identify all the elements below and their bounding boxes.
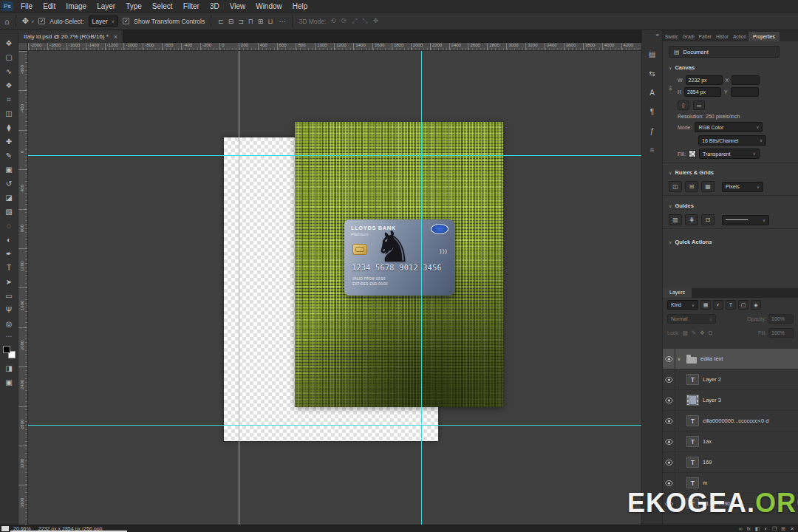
panel-tab[interactable]: Gradi xyxy=(681,32,697,41)
filter-adjustment-layers-icon[interactable]: ◐ xyxy=(713,300,723,310)
filter-pixel-layers-icon[interactable]: ▦ xyxy=(700,300,711,310)
more-tools-icon[interactable]: ⋯ xyxy=(0,331,18,341)
layer-effects-icon[interactable]: fx xyxy=(747,526,751,532)
layer-name[interactable]: 169 xyxy=(703,459,715,466)
align-top-icon[interactable]: ⊓ xyxy=(248,18,254,25)
fill-field[interactable]: 100% xyxy=(768,328,794,338)
3d-pan-icon[interactable]: ⤢ xyxy=(351,17,358,25)
auto-select-target-dropdown[interactable]: Layer ∨ xyxy=(89,16,119,27)
eraser-tool[interactable]: ◪ xyxy=(0,191,18,205)
clear-guides-icon[interactable]: ⊡ xyxy=(701,214,715,225)
frame-tool[interactable]: ◫ xyxy=(0,106,18,120)
quick-selection-tool[interactable]: ❖ xyxy=(0,78,18,92)
layer-mask-icon[interactable]: ◧ xyxy=(755,526,760,532)
guide-style-dropdown[interactable]: ∨ xyxy=(722,215,769,225)
quick-mask-icon[interactable]: ◨ xyxy=(0,361,18,375)
layer-name[interactable]: m xyxy=(703,480,710,486)
portrait-orientation-icon[interactable]: ▯ xyxy=(678,100,689,110)
shape-tool[interactable]: ▭ xyxy=(0,289,18,303)
color-swatches[interactable] xyxy=(3,346,16,358)
y-field[interactable] xyxy=(731,87,759,97)
menu-item[interactable]: File xyxy=(16,0,38,13)
height-field[interactable]: 2854 px xyxy=(684,87,721,97)
lock-guides-icon[interactable]: ⋕ xyxy=(685,214,698,225)
panel-tab[interactable]: Patter xyxy=(697,32,714,41)
filter-smart-objects-icon[interactable]: ◈ xyxy=(751,300,761,310)
x-field[interactable] xyxy=(732,75,760,85)
layer-name[interactable]: 1ax xyxy=(703,438,715,445)
color-mode-dropdown[interactable]: RGB Color ∨ xyxy=(695,122,763,132)
menu-item[interactable]: Edit xyxy=(38,0,61,13)
menu-item[interactable]: Select xyxy=(147,0,178,13)
layer-name[interactable]: cilla0000000...ccccccc<0 d xyxy=(703,417,771,424)
menu-item[interactable]: Help xyxy=(287,0,313,13)
align-right-icon[interactable]: ⊐ xyxy=(237,18,245,25)
zoom-tool[interactable]: ◎ xyxy=(0,317,18,331)
brush-tool[interactable]: ✎ xyxy=(0,149,18,163)
gradient-tool[interactable]: ▨ xyxy=(0,205,18,219)
grid-icon[interactable]: ⊞ xyxy=(685,181,698,192)
rulers-grids-section-header[interactable]: ∨ Rulers & Grids xyxy=(663,166,798,178)
menu-item[interactable]: Image xyxy=(61,0,92,13)
menu-item[interactable]: 3D xyxy=(205,0,225,13)
3d-scale-icon[interactable]: ✥ xyxy=(372,17,380,25)
visibility-eye-icon[interactable] xyxy=(663,349,675,369)
healing-brush-tool[interactable]: ✚ xyxy=(0,134,18,149)
3d-slide-icon[interactable]: ⤡ xyxy=(362,17,369,25)
document-chip[interactable]: ▤ Document xyxy=(669,46,780,58)
visibility-eye-icon[interactable] xyxy=(663,411,675,431)
layer-row[interactable]: ∨ edita text xyxy=(663,349,798,369)
layer-row[interactable]: ∨ cilla0000000...ccccccc<0 d xyxy=(663,411,798,432)
lock-position-icon[interactable]: ✥ xyxy=(699,330,705,336)
paragraph-panel-icon[interactable]: ¶ xyxy=(641,102,663,121)
menu-item[interactable]: Type xyxy=(120,0,147,13)
blur-tool[interactable]: ◌ xyxy=(0,219,18,233)
quick-actions-section-header[interactable]: ∨ Quick Actions xyxy=(663,235,798,248)
align-center-h-icon[interactable]: ⊟ xyxy=(228,18,235,25)
move-tool[interactable]: ✥ xyxy=(0,36,18,50)
3d-rotate-icon[interactable]: ⟲ xyxy=(330,17,337,25)
history-brush-tool[interactable]: ↺ xyxy=(0,177,18,191)
path-select-tool[interactable]: ➤ xyxy=(0,275,18,289)
filter-shape-layers-icon[interactable]: ▢ xyxy=(738,300,748,310)
visibility-eye-icon[interactable] xyxy=(663,390,675,410)
3d-roll-icon[interactable]: ⟳ xyxy=(341,17,348,25)
landscape-orientation-icon[interactable]: ▭ xyxy=(693,100,705,110)
fill-dropdown[interactable]: Transparent ∨ xyxy=(699,149,760,159)
link-layers-icon[interactable]: ∞ xyxy=(739,526,743,532)
new-layer-icon[interactable]: ⊞ xyxy=(781,526,785,532)
lock-pixels-icon[interactable]: ✎ xyxy=(691,330,697,336)
auto-select-checkbox[interactable]: ✓ xyxy=(38,18,45,24)
styles-panel-icon[interactable]: ⌗ xyxy=(641,140,663,160)
visibility-eye-icon[interactable] xyxy=(663,432,675,451)
canvas-area[interactable]: -2000-1800-1600-1400-1200-1000-800-600-4… xyxy=(18,43,641,525)
more-options-icon[interactable]: ⋯ xyxy=(278,18,286,25)
document-tab[interactable]: Italy id.psd @ 20.7% (RGB/16) * × xyxy=(18,30,123,43)
glyphs-panel-icon[interactable]: ƒ xyxy=(641,121,663,140)
horizontal-ruler[interactable]: -2000-1800-1600-1400-1200-1000-800-600-4… xyxy=(18,43,641,51)
menu-item[interactable]: Filter xyxy=(178,0,205,13)
layer-name[interactable]: edita text xyxy=(700,355,726,362)
horizontal-guide[interactable] xyxy=(28,155,641,156)
type-tool[interactable]: T xyxy=(0,261,18,275)
lock-transparency-icon[interactable]: ▨ xyxy=(682,330,689,336)
align-center-v-icon[interactable]: ⊞ xyxy=(257,18,265,25)
units-dropdown[interactable]: Pixels ∨ xyxy=(722,182,763,192)
pen-tool[interactable]: ✒ xyxy=(0,247,18,261)
move-tool-icon[interactable]: ✥ xyxy=(22,16,29,26)
show-transform-checkbox[interactable]: ✓ xyxy=(123,18,129,24)
layer-row[interactable]: ∨ Layer 3 xyxy=(663,390,798,411)
layer-name[interactable]: Layer 3 xyxy=(703,397,724,403)
credit-card-image-layer[interactable]: LLOYDS BANK Platinum ♞ ))) 1234 5678 901… xyxy=(344,219,454,296)
lasso-tool[interactable]: ∿ xyxy=(0,64,18,78)
close-icon[interactable]: × xyxy=(114,33,117,41)
visibility-eye-icon[interactable] xyxy=(663,369,675,389)
vertical-ruler[interactable]: -800-40004008001200160020002400280032003… xyxy=(18,51,28,525)
vertical-guide[interactable] xyxy=(421,51,422,525)
visibility-eye-icon[interactable] xyxy=(663,452,675,472)
menu-item[interactable]: Window xyxy=(250,0,287,13)
lock-all-icon[interactable]: Ω xyxy=(707,330,713,336)
eyedropper-tool[interactable]: ⧫ xyxy=(0,120,18,134)
ruler-units-icon[interactable]: ◫ xyxy=(669,181,682,192)
menu-item[interactable]: Layer xyxy=(92,0,120,13)
